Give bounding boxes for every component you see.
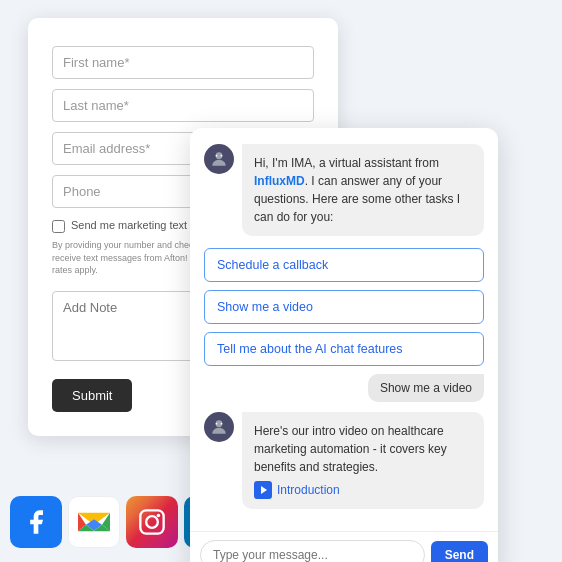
svg-point-8 — [157, 514, 161, 518]
bot-intro-bubble: Hi, I'm IMA, a virtual assistant from In… — [242, 144, 484, 236]
bot-reply-text: Here's our intro video on healthcare mar… — [254, 424, 447, 474]
user-message-row: Show me a video — [204, 374, 484, 402]
bot-reply-bubble: Here's our intro video on healthcare mar… — [242, 412, 484, 509]
schedule-callback-button[interactable]: Schedule a callback — [204, 248, 484, 282]
facebook-icon[interactable] — [10, 496, 62, 548]
svg-rect-6 — [140, 510, 163, 533]
chat-body: Hi, I'm IMA, a virtual assistant from In… — [190, 128, 498, 531]
show-video-button[interactable]: Show me a video — [204, 290, 484, 324]
chat-card: Hi, I'm IMA, a virtual assistant from In… — [190, 128, 498, 562]
video-link-label: Introduction — [277, 481, 340, 499]
chat-input[interactable] — [200, 540, 425, 562]
svg-point-4 — [216, 423, 218, 425]
video-link[interactable]: Introduction — [254, 481, 472, 499]
submit-button[interactable]: Submit — [52, 379, 132, 412]
bot-reply-row: Here's our intro video on healthcare mar… — [204, 412, 484, 509]
svg-point-7 — [146, 516, 158, 528]
bot-avatar — [204, 144, 234, 174]
svg-point-5 — [221, 423, 223, 425]
svg-point-2 — [221, 155, 223, 157]
brand-highlight: InfluxMD — [254, 174, 305, 188]
chat-input-row: Send — [190, 531, 498, 562]
instagram-icon[interactable] — [126, 496, 178, 548]
svg-point-1 — [216, 155, 218, 157]
last-name-input[interactable] — [52, 89, 314, 122]
gmail-icon[interactable] — [68, 496, 120, 548]
send-button[interactable]: Send — [431, 541, 488, 562]
user-bubble: Show me a video — [368, 374, 484, 402]
ai-chat-button[interactable]: Tell me about the AI chat features — [204, 332, 484, 366]
first-name-input[interactable] — [52, 46, 314, 79]
bot-avatar-2 — [204, 412, 234, 442]
bot-intro-row: Hi, I'm IMA, a virtual assistant from In… — [204, 144, 484, 236]
marketing-checkbox[interactable] — [52, 220, 65, 233]
play-icon — [254, 481, 272, 499]
